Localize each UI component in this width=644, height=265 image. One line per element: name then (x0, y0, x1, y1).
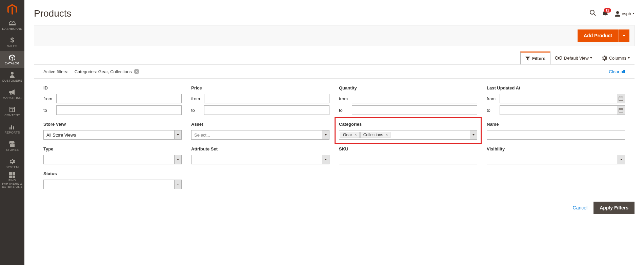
store-icon (9, 140, 15, 148)
add-product-button[interactable]: Add Product (578, 29, 618, 42)
filter-attribute-set: Attribute Set (191, 146, 329, 164)
quantity-to-input[interactable] (352, 105, 477, 115)
calendar-icon[interactable] (617, 105, 625, 115)
add-product-split-button: Add Product (578, 29, 629, 42)
svg-line-14 (594, 14, 596, 16)
default-view-toggle[interactable]: Default View (550, 52, 597, 64)
svg-rect-5 (9, 127, 11, 129)
remove-filter-icon[interactable]: ✕ (134, 69, 139, 74)
remove-tag-icon[interactable]: × (384, 132, 389, 137)
id-to-input[interactable] (56, 105, 182, 115)
cancel-button[interactable]: Cancel (571, 202, 589, 214)
price-from-input[interactable] (204, 94, 329, 103)
svg-point-15 (616, 11, 619, 14)
svg-rect-7 (13, 126, 14, 129)
user-menu[interactable]: cspb (615, 11, 635, 17)
price-to-input[interactable] (204, 105, 329, 115)
eye-icon (555, 56, 562, 60)
sidebar-item-stores[interactable]: STORES (0, 137, 24, 155)
dashboard-icon (9, 19, 16, 27)
updated-to-input[interactable] (500, 105, 625, 115)
filter-name: Name (487, 122, 625, 140)
header-actions: 12 cspb (589, 9, 635, 18)
categories-tag-input[interactable]: Gear× Collections× (339, 130, 477, 140)
filter-store-view: Store View (43, 122, 182, 140)
sidebar-item-sales[interactable]: $SALES (0, 34, 24, 51)
calendar-icon[interactable] (617, 94, 625, 103)
username: cspb (622, 11, 631, 16)
status-select[interactable] (43, 180, 182, 189)
active-filters-label: Active filters: (43, 69, 68, 74)
page-title: Products (34, 8, 72, 19)
add-product-dropdown[interactable] (618, 29, 629, 42)
svg-point-17 (558, 57, 560, 59)
dropdown-toggle[interactable] (618, 155, 625, 164)
box-icon (9, 54, 15, 61)
dropdown-toggle[interactable] (322, 155, 329, 164)
chevron-down-icon (632, 13, 635, 14)
pages-icon (9, 106, 15, 113)
filter-type: Type (43, 146, 182, 164)
quantity-from-input[interactable] (352, 94, 477, 103)
svg-rect-22 (619, 108, 623, 112)
id-from-input[interactable] (56, 94, 182, 103)
dropdown-toggle[interactable] (322, 130, 329, 140)
svg-rect-12 (13, 176, 15, 178)
active-filters: Active filters: Categories: Gear, Collec… (34, 64, 635, 79)
filter-id: ID from to (43, 85, 182, 115)
sidebar-item-dashboard[interactable]: DASHBOARD (0, 16, 24, 34)
svg-rect-6 (11, 125, 12, 129)
active-filter-chip: Categories: Gear, Collections ✕ (75, 69, 139, 74)
megaphone-icon (9, 88, 15, 96)
svg-point-13 (590, 10, 594, 14)
sidebar-item-reports[interactable]: REPORTS (0, 120, 24, 137)
svg-rect-3 (10, 109, 12, 111)
notification-badge: 12 (604, 8, 611, 13)
svg-rect-9 (9, 172, 12, 175)
dropdown-toggle[interactable] (174, 155, 182, 164)
dropdown-toggle[interactable] (174, 130, 182, 140)
dollar-icon: $ (10, 37, 14, 44)
filter-categories: Categories Gear× Collections× (335, 117, 482, 144)
columns-toggle[interactable]: Columns (597, 52, 635, 64)
sidebar-item-find-partners-extensions[interactable]: FIND PARTNERS & EXTENSIONS (0, 172, 24, 189)
sidebar-item-customers[interactable]: CUSTOMERS (0, 68, 24, 85)
sidebar-item-catalog[interactable]: CATALOG (0, 51, 24, 68)
category-tag-collections: Collections× (360, 132, 391, 138)
clear-all-filters[interactable]: Clear all (609, 69, 625, 74)
grid-toolbar: Filters Default View Columns (24, 46, 644, 64)
svg-rect-18 (619, 97, 623, 101)
filter-sku: SKU (339, 146, 477, 164)
chevron-down-icon (623, 35, 625, 37)
filter-quantity: Quantity from to (339, 85, 477, 115)
type-select[interactable] (43, 155, 182, 164)
sidebar: DASHBOARD$SALESCATALOGCUSTOMERSMARKETING… (0, 0, 24, 219)
sku-input[interactable] (339, 155, 477, 164)
name-input[interactable] (487, 130, 625, 140)
category-tag-gear: Gear× (340, 132, 360, 138)
sidebar-item-content[interactable]: CONTENT (0, 103, 24, 120)
sidebar-item-system[interactable]: SYSTEM (0, 155, 24, 172)
notifications-icon[interactable]: 12 (602, 9, 608, 18)
attribute-set-select[interactable] (191, 155, 329, 164)
svg-rect-10 (13, 172, 15, 175)
chevron-down-icon (628, 57, 630, 59)
visibility-select[interactable] (487, 155, 625, 164)
person-icon (10, 71, 15, 79)
dropdown-toggle[interactable] (174, 180, 182, 189)
asset-select[interactable] (191, 130, 329, 140)
main-content: Products 12 cspb Add Product Filters (24, 0, 644, 219)
svg-point-0 (11, 72, 14, 75)
page-header: Products 12 cspb (24, 0, 644, 25)
funnel-icon (525, 57, 530, 61)
search-icon[interactable] (589, 9, 596, 18)
filters-toggle[interactable]: Filters (520, 52, 550, 64)
magento-logo[interactable] (0, 0, 24, 16)
store-view-select[interactable] (43, 130, 182, 140)
remove-tag-icon[interactable]: × (354, 132, 358, 137)
sidebar-item-marketing[interactable]: MARKETING (0, 85, 24, 103)
gear-icon (602, 55, 607, 61)
updated-from-input[interactable] (500, 94, 625, 103)
apply-filters-button[interactable]: Apply Filters (593, 202, 635, 214)
dropdown-toggle[interactable] (470, 130, 477, 140)
